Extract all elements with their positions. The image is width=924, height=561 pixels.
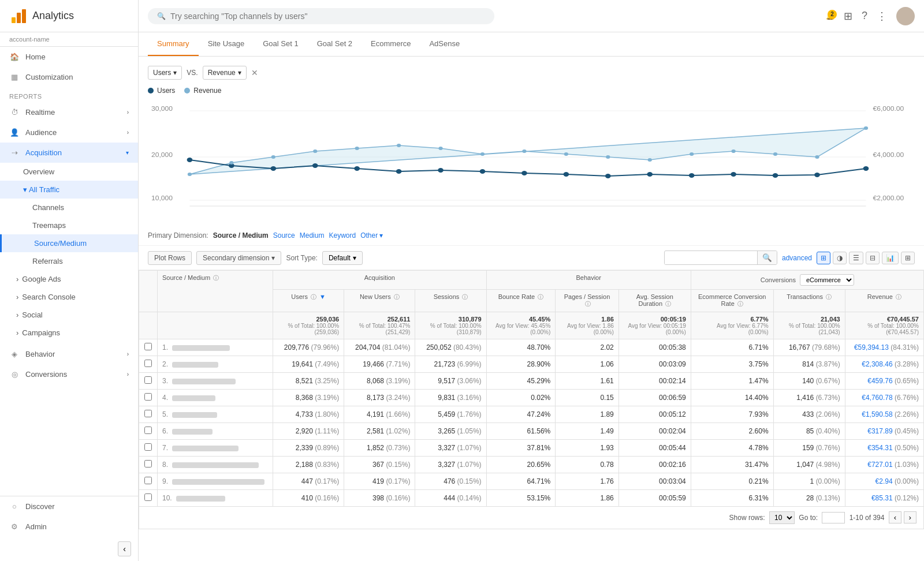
conv-rate-info-icon[interactable]: ⓘ (737, 301, 743, 307)
grid-view-button[interactable]: ⊞ (901, 252, 915, 264)
dim-keyword[interactable]: Keyword (329, 231, 356, 240)
sidebar-item-home[interactable]: 🏠 Home (0, 47, 138, 67)
row-transactions-cell: 1,416 (6.73%) (773, 390, 845, 406)
row-checkbox[interactable] (144, 343, 152, 350)
sidebar-item-social[interactable]: › Social (0, 306, 138, 324)
sidebar-item-channels[interactable]: Channels (0, 199, 138, 216)
chart-view-button[interactable]: 📊 (882, 252, 899, 264)
conversions-type-select[interactable]: eCommerce (800, 274, 854, 286)
sidebar-item-campaigns[interactable]: › Campaigns (0, 324, 138, 342)
secondary-dimension-button[interactable]: Secondary dimension ▾ (196, 251, 281, 265)
help-icon-button[interactable]: ? (862, 10, 867, 22)
pages-session-info-icon[interactable]: ⓘ (585, 301, 591, 307)
conversions-icon: ◎ (9, 370, 20, 379)
row-bounce-rate-cell: 37.81% (486, 440, 556, 457)
row-checkbox[interactable] (144, 477, 152, 484)
sidebar-item-referrals[interactable]: Referrals (0, 252, 138, 270)
table-search-input[interactable] (665, 252, 757, 264)
revenue-link[interactable]: €2.94 (875, 477, 893, 485)
sidebar-item-search-console[interactable]: › Search Console (0, 288, 138, 306)
sidebar-item-audience[interactable]: 👤 Audience › (0, 122, 138, 143)
revenue-link[interactable]: €59,394.13 (854, 343, 889, 351)
sort-type-select[interactable]: Default ▾ (322, 251, 363, 265)
dim-source-medium[interactable]: Source / Medium (213, 231, 269, 240)
sessions-info-icon[interactable]: ⓘ (462, 294, 468, 300)
transactions-info-icon[interactable]: ⓘ (826, 294, 832, 300)
revenue-link[interactable]: €85.31 (871, 494, 893, 502)
revenue-link[interactable]: €727.01 (867, 461, 892, 469)
info-icon[interactable]: ⓘ (213, 275, 219, 281)
sidebar-item-overview[interactable]: Overview (0, 163, 138, 181)
sidebar-item-google-ads[interactable]: › Google Ads (0, 270, 138, 288)
dim-source[interactable]: Source (273, 231, 295, 240)
advanced-link[interactable]: advanced (782, 254, 812, 262)
sidebar-item-realtime[interactable]: ⏱ Realtime › (0, 102, 138, 122)
sidebar-item-all-traffic[interactable]: ▾ All Traffic (0, 181, 138, 199)
tab-summary[interactable]: Summary (148, 32, 199, 56)
table-view-button[interactable]: ⊞ (817, 252, 830, 264)
sidebar-item-conversions[interactable]: ◎ Conversions › (0, 364, 138, 384)
bounce-rate-info-icon[interactable]: ⓘ (538, 294, 543, 300)
tab-goal-set-2[interactable]: Goal Set 2 (308, 32, 362, 56)
plot-rows-button[interactable]: Plot Rows (148, 251, 192, 265)
revenue-link[interactable]: €459.76 (867, 377, 892, 385)
comparison-view-button[interactable]: ◑ (833, 252, 847, 264)
row-checkbox[interactable] (144, 376, 152, 384)
table-search-button[interactable]: 🔍 (757, 251, 777, 264)
search-input[interactable] (170, 12, 485, 21)
revenue-info-icon[interactable]: ⓘ (896, 294, 901, 300)
sidebar-item-customization[interactable]: ▦ Customization (0, 67, 138, 87)
tab-adsense[interactable]: AdSense (420, 32, 469, 56)
revenue-link[interactable]: €317.89 (867, 427, 892, 435)
revenue-link[interactable]: €4,760.78 (862, 394, 892, 402)
svg-point-25 (647, 172, 653, 177)
new-users-info-icon[interactable]: ⓘ (394, 294, 400, 300)
sidebar-item-label: Google Ads (22, 275, 61, 283)
revenue-link[interactable]: €1,590.58 (862, 410, 892, 418)
next-page-button[interactable]: › (904, 511, 916, 523)
sidebar-header: Analytics (0, 0, 138, 32)
sidebar-item-acquisition[interactable]: ⇢ Acquisition ▾ (0, 143, 138, 163)
metric2-close-button[interactable]: ✕ (251, 68, 258, 77)
table-search[interactable]: 🔍 (664, 250, 777, 265)
row-revenue-cell: €59,394.13 (84.31%) (845, 339, 923, 356)
row-checkbox[interactable] (144, 460, 152, 468)
row-checkbox[interactable] (144, 443, 152, 451)
row-checkbox[interactable] (144, 410, 152, 417)
pivot-view-button[interactable]: ☰ (849, 252, 863, 264)
tab-ecommerce[interactable]: Ecommerce (362, 32, 420, 56)
prev-page-button[interactable]: ‹ (889, 511, 901, 523)
go-to-input[interactable] (822, 512, 845, 523)
more-options-button[interactable]: ⋮ (877, 10, 887, 23)
total-avg-session-cell: 00:05:19 Avg for View: 00:05:19 (0.00%) (619, 312, 691, 339)
users-info-icon[interactable]: ⓘ (311, 294, 316, 300)
row-checkbox[interactable] (144, 427, 152, 434)
sidebar-title: Analytics (32, 10, 74, 22)
revenue-link[interactable]: €354.31 (867, 444, 892, 452)
show-rows-select[interactable]: 10 25 50 (769, 511, 795, 524)
metric1-select[interactable]: Users ▾ (148, 66, 182, 80)
tab-site-usage[interactable]: Site Usage (199, 32, 254, 56)
row-checkbox[interactable] (144, 493, 152, 501)
tab-goal-set-1[interactable]: Goal Set 1 (254, 32, 307, 56)
search-bar[interactable]: 🔍 (148, 8, 494, 24)
custom-view-button[interactable]: ⊟ (866, 252, 880, 264)
dim-other[interactable]: Other ▾ (360, 231, 383, 240)
revenue-link[interactable]: €2,308.46 (862, 360, 892, 368)
metric2-select[interactable]: Revenue ▾ (203, 66, 247, 80)
sidebar-collapse-button[interactable]: ‹ (118, 541, 131, 556)
dim-medium[interactable]: Medium (300, 231, 325, 240)
sidebar-item-behavior[interactable]: ◈ Behavior › (0, 344, 138, 364)
sidebar-item-label: Realtime (25, 108, 55, 117)
sidebar-item-discover[interactable]: ○ Discover (0, 496, 138, 517)
avg-session-info-icon[interactable]: ⓘ (665, 301, 671, 307)
user-avatar[interactable] (896, 7, 915, 25)
row-checkbox[interactable] (144, 393, 152, 401)
sidebar-item-treemaps[interactable]: Treemaps (0, 216, 138, 234)
svg-point-42 (648, 158, 652, 162)
notification-button[interactable]: 🔔 2 (826, 12, 834, 20)
sidebar-item-admin[interactable]: ⚙ Admin (0, 517, 138, 537)
sidebar-item-source-medium[interactable]: Source/Medium (0, 234, 138, 252)
grid-icon-button[interactable]: ⊞ (844, 10, 852, 23)
row-checkbox[interactable] (144, 360, 152, 367)
